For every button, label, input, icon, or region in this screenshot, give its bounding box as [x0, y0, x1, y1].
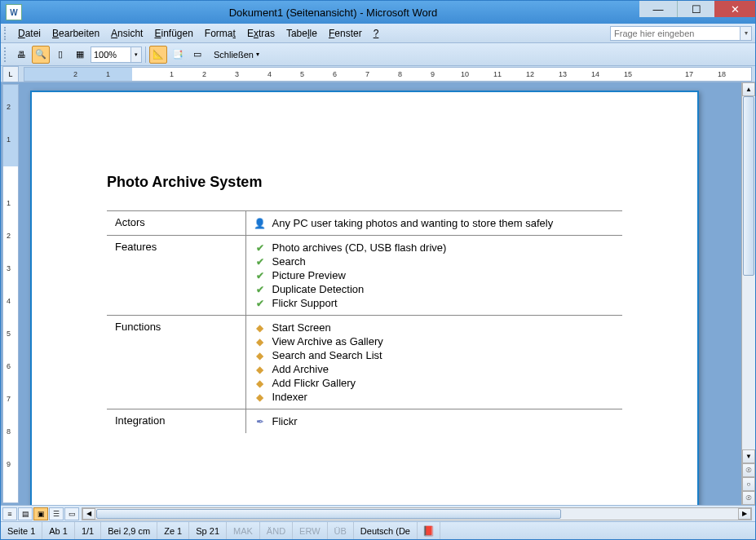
question-input[interactable]	[610, 26, 741, 41]
spellcheck-icon[interactable]: 📕	[418, 522, 440, 539]
menu-datei[interactable]: Datei	[12, 25, 46, 42]
item-text: Search	[272, 255, 306, 268]
scroll-thumb-h[interactable]	[96, 509, 561, 519]
scroll-down-button[interactable]: ▼	[742, 449, 755, 463]
menu-ansicht[interactable]: Ansicht	[105, 25, 148, 42]
status-lang[interactable]: Deutsch (De	[354, 522, 418, 539]
minimize-button[interactable]: —	[639, 1, 677, 17]
list-item: 👤Any PC user taking photos and wanting t…	[254, 216, 615, 230]
ruler-icon: 📐	[153, 49, 164, 60]
close-window-button[interactable]: ✕	[714, 1, 755, 17]
cube-icon: ◆	[254, 392, 266, 403]
horizontal-ruler[interactable]: // ticks rendered below after data load …	[24, 67, 752, 82]
ruler-row: L // ticks rendered below after data loa…	[1, 66, 755, 82]
row-label: Functions	[107, 316, 245, 409]
status-sp: Sp 21	[189, 522, 227, 539]
menu-bearbeiten[interactable]: Bearbeiten	[46, 25, 105, 42]
table-row: Features✔Photo archives (CD, USB flash d…	[107, 236, 622, 316]
menu-help[interactable]: ?	[368, 25, 385, 42]
status-ze: Ze 1	[157, 522, 189, 539]
status-ab: Ab 1	[42, 522, 75, 539]
multi-page-button[interactable]: ▦	[71, 46, 89, 64]
reading-view-button[interactable]: ▭	[64, 507, 79, 520]
zoom-input[interactable]	[91, 46, 131, 63]
scroll-thumb[interactable]	[743, 96, 754, 276]
horizontal-scrollbar[interactable]: ◀ ▶	[82, 507, 752, 520]
list-item: ✔Flickr Support	[254, 296, 615, 310]
list-item: ◆Add Archive	[254, 362, 615, 376]
item-text: Indexer	[272, 391, 307, 403]
list-item: ✒Flickr	[254, 414, 615, 428]
feather-icon: ✒	[254, 416, 266, 427]
status-pages: 1/1	[75, 522, 101, 539]
item-text: Photo archives (CD, USB flash drive)	[272, 241, 447, 254]
shrink-icon: 📑	[172, 49, 183, 60]
outline-view-button[interactable]: ☰	[49, 507, 64, 520]
check-icon: ✔	[254, 256, 266, 268]
print-view-button[interactable]: ▣	[33, 507, 48, 520]
table-row: Functions◆Start Screen◆View Archive as G…	[107, 316, 622, 409]
statusbar: Seite 1 Ab 1 1/1 Bei 2,9 cm Ze 1 Sp 21 M…	[1, 521, 755, 539]
row-items: ◆Start Screen◆View Archive as Gallery◆Se…	[245, 316, 622, 409]
item-text: Start Screen	[272, 321, 331, 334]
ruler-margin-top	[3, 85, 18, 166]
item-text: Add Flickr Gallery	[272, 377, 356, 389]
web-view-button[interactable]: ▤	[18, 507, 33, 520]
fullscreen-icon: ▭	[193, 49, 201, 60]
ruler-toggle-button[interactable]: 📐	[149, 46, 167, 64]
menu-einfuegen[interactable]: Einfügen	[148, 25, 198, 42]
document-heading: Photo Archive System	[107, 174, 622, 191]
scroll-track[interactable]	[742, 96, 755, 449]
question-dropdown[interactable]: ▾	[741, 26, 752, 41]
row-label: Features	[107, 236, 245, 316]
vertical-scrollbar[interactable]: ▲ ▼ ⦿ ○ ⦿	[741, 82, 755, 505]
cube-icon: ◆	[254, 322, 266, 334]
fullscreen-button[interactable]: ▭	[188, 46, 206, 64]
one-page-button[interactable]: ▯	[51, 46, 69, 64]
cube-icon: ◆	[254, 364, 266, 375]
menubar-grip[interactable]	[4, 27, 9, 40]
status-ub[interactable]: ÜB	[328, 522, 354, 539]
menu-tabelle[interactable]: Tabelle	[281, 25, 323, 42]
printer-icon: 🖶	[17, 50, 26, 60]
item-text: Flickr Support	[272, 297, 338, 309]
next-page-button[interactable]: ⦿	[742, 491, 755, 505]
row-items: ✒Flickr	[245, 409, 622, 434]
check-icon: ✔	[254, 298, 266, 309]
magnifier-button[interactable]: 🔍	[32, 46, 50, 64]
shrink-fit-button[interactable]: 📑	[169, 46, 187, 64]
scroll-left-button[interactable]: ◀	[82, 508, 95, 520]
status-erw[interactable]: ERW	[293, 522, 327, 539]
document-viewport[interactable]: Photo Archive System Actors👤Any PC user …	[19, 82, 741, 505]
status-and[interactable]: ÄND	[260, 522, 293, 539]
app-icon: W	[6, 4, 22, 20]
vertical-ruler[interactable]: 2 1 1 2 3 4 5 6 7 8 9	[2, 84, 19, 503]
document-area: 2 1 1 2 3 4 5 6 7 8 9 Photo Archive Syst…	[1, 82, 755, 505]
item-text: Add Archive	[272, 363, 329, 375]
row-label: Actors	[107, 211, 245, 236]
cube-icon: ◆	[254, 350, 266, 361]
close-preview-label: Schließen	[214, 50, 254, 60]
chevron-down-icon: ▾	[256, 51, 259, 58]
browse-object-button[interactable]: ○	[742, 477, 755, 491]
list-item: ◆Start Screen	[254, 321, 615, 334]
check-icon: ✔	[254, 284, 266, 295]
actor-icon: 👤	[254, 218, 266, 229]
scroll-up-button[interactable]: ▲	[742, 82, 755, 96]
one-page-icon: ▯	[58, 49, 63, 60]
list-item: ◆Search and Search List	[254, 348, 615, 362]
print-button[interactable]: 🖶	[12, 46, 30, 64]
zoom-dropdown[interactable]: ▾	[131, 46, 142, 63]
prev-page-button[interactable]: ⦿	[742, 463, 755, 477]
menu-format[interactable]: Format	[199, 25, 241, 42]
normal-view-button[interactable]: ≡	[2, 507, 17, 520]
magnifier-icon: 🔍	[35, 49, 46, 60]
tab-selector[interactable]: L	[2, 66, 19, 82]
menu-extras[interactable]: Extras	[241, 25, 281, 42]
status-mak[interactable]: MAK	[227, 522, 260, 539]
toolbar-grip[interactable]	[4, 47, 9, 62]
menu-fenster[interactable]: Fenster	[323, 25, 368, 42]
scroll-right-button[interactable]: ▶	[738, 508, 751, 520]
close-preview-button[interactable]: Schließen▾	[208, 46, 265, 64]
maximize-button[interactable]: ☐	[677, 1, 714, 17]
